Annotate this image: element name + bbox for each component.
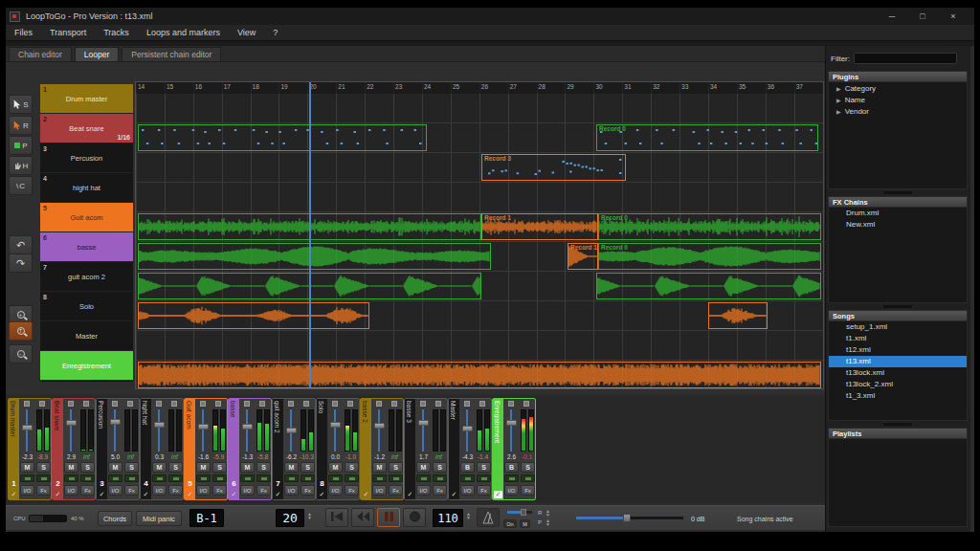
fader-knob[interactable] bbox=[374, 423, 385, 429]
strip-checkbox[interactable] bbox=[420, 401, 426, 407]
p-spinner[interactable]: ▲▼ bbox=[546, 518, 550, 526]
strip-check-icon[interactable]: ✓ bbox=[141, 491, 151, 498]
clip-wave[interactable] bbox=[138, 362, 821, 388]
solo-button[interactable]: S bbox=[124, 462, 139, 473]
mixer-strip-guit-acom[interactable]: Guit acom5✓-1.6-5.9MSI/OFx bbox=[184, 398, 228, 500]
mute-button[interactable]: B bbox=[504, 462, 519, 473]
strip-checkbox[interactable] bbox=[347, 401, 353, 407]
chords-button[interactable]: Chords bbox=[98, 511, 132, 526]
strip-checkbox[interactable] bbox=[464, 401, 470, 407]
fader-knob[interactable] bbox=[242, 424, 253, 430]
timeline-row-guit-acom-2[interactable] bbox=[136, 272, 823, 301]
strip-checkbox[interactable] bbox=[332, 401, 338, 407]
strip-check-icon[interactable]: ✓ bbox=[449, 491, 459, 498]
strip-checkbox[interactable] bbox=[127, 401, 133, 407]
song-t13lock-xml[interactable]: t13lock.xml bbox=[829, 367, 967, 379]
rewind-button[interactable] bbox=[351, 508, 374, 527]
volume-knob[interactable] bbox=[623, 514, 631, 522]
strip-check-icon[interactable]: ✓ bbox=[494, 491, 502, 498]
volume-fader[interactable] bbox=[510, 409, 512, 452]
octave-display[interactable]: B-1 bbox=[189, 509, 224, 527]
bar-spinner[interactable]: ▲▼ bbox=[307, 512, 312, 519]
splitter[interactable] bbox=[883, 423, 912, 426]
fx-button[interactable]: Fx bbox=[212, 485, 227, 496]
track-header-master[interactable]: Master bbox=[40, 321, 133, 351]
io-button[interactable]: I/O bbox=[108, 485, 122, 496]
clip-wave[interactable] bbox=[596, 273, 821, 299]
track-header-basse[interactable]: 6basse bbox=[40, 232, 133, 262]
strip-checkbox[interactable] bbox=[435, 401, 441, 407]
io-button[interactable]: I/O bbox=[240, 485, 255, 496]
volume-fader[interactable] bbox=[466, 409, 468, 452]
close-button[interactable]: × bbox=[938, 8, 969, 25]
tree-item-category[interactable]: ▶Category bbox=[829, 82, 967, 94]
io-button[interactable]: I/O bbox=[20, 485, 34, 496]
strip-check-icon[interactable]: ✓ bbox=[405, 491, 415, 498]
title-bar[interactable]: LoopToGo - Pro Version : t13.xml ─□× bbox=[6, 8, 974, 25]
fx-button[interactable]: Fx bbox=[256, 485, 271, 496]
fader-knob[interactable] bbox=[110, 419, 121, 425]
clip-wave[interactable] bbox=[138, 302, 369, 329]
fx-button[interactable]: Fx bbox=[345, 485, 359, 496]
solo-button[interactable]: S bbox=[389, 462, 403, 473]
timeline-row-beat-snare[interactable]: Record 0 bbox=[136, 123, 823, 153]
timeline-row-hight-hat[interactable] bbox=[136, 183, 823, 212]
song-t1-xml[interactable]: t1.xml bbox=[829, 333, 967, 344]
mute-button[interactable]: M bbox=[64, 462, 78, 473]
playhead[interactable] bbox=[309, 82, 311, 388]
mute-button[interactable]: M bbox=[240, 462, 255, 473]
timeline-ruler[interactable]: 1415161718192021222324252627282930313233… bbox=[136, 82, 823, 94]
mixer-strip-hight-hat[interactable]: hight hat4✓0.3infMSI/OFx bbox=[140, 398, 184, 500]
goto-start-button[interactable] bbox=[325, 508, 348, 527]
record-button[interactable] bbox=[403, 508, 426, 527]
solo-button[interactable]: S bbox=[168, 462, 183, 473]
io-button[interactable]: I/O bbox=[416, 485, 431, 496]
volume-fader[interactable] bbox=[246, 409, 248, 452]
menu-item-transport[interactable]: Transport bbox=[41, 25, 95, 40]
volume-fader[interactable] bbox=[290, 409, 292, 452]
track-header-hight-hat[interactable]: 4hight hat bbox=[40, 173, 133, 203]
fx-button[interactable]: Fx bbox=[80, 485, 95, 496]
strip-checkbox[interactable] bbox=[303, 401, 309, 407]
timeline-row-percusion[interactable]: Record 3 bbox=[136, 153, 823, 183]
zoom-out-button[interactable]: − bbox=[9, 344, 33, 364]
strip-check-icon[interactable]: ✓ bbox=[97, 491, 107, 498]
clip-record-0[interactable]: Record 0 bbox=[596, 124, 818, 151]
strip-check-icon[interactable]: ✓ bbox=[185, 491, 195, 498]
fx-button[interactable]: Fx bbox=[168, 485, 183, 496]
hand-tool[interactable]: H bbox=[9, 156, 33, 175]
strip-check-icon[interactable]: ✓ bbox=[53, 491, 63, 498]
solo-button[interactable]: S bbox=[301, 462, 315, 473]
song-t13lock-2-xml[interactable]: t13lock_2.xml bbox=[829, 379, 967, 390]
track-header-solo[interactable]: 8Solo bbox=[40, 292, 133, 321]
track-header-percusion[interactable]: 3Percusion bbox=[40, 143, 133, 173]
io-button[interactable]: I/O bbox=[64, 485, 78, 496]
strip-checkbox[interactable] bbox=[112, 401, 118, 407]
menu-item-loops-and-markers[interactable]: Loops and markers bbox=[138, 25, 229, 40]
mute-button[interactable]: M bbox=[108, 462, 122, 473]
mixer-strip-basse[interactable]: basse6✓-1.3-5.8MSI/OFx bbox=[228, 398, 272, 500]
fader-knob[interactable] bbox=[286, 428, 297, 433]
fader-knob[interactable] bbox=[198, 424, 209, 430]
zoom-track-button[interactable]: T bbox=[9, 321, 33, 341]
strip-checkbox[interactable] bbox=[391, 401, 397, 407]
mixer-strip-beat-snare[interactable]: Beat snare2✓2.9infMSI/OFx bbox=[52, 398, 96, 500]
io-button[interactable]: I/O bbox=[460, 485, 475, 496]
fader-knob[interactable] bbox=[462, 426, 473, 431]
strip-check-icon[interactable]: ✓ bbox=[9, 491, 19, 498]
fx-button[interactable]: Fx bbox=[36, 485, 51, 496]
volume-fader[interactable] bbox=[422, 409, 424, 452]
io-button[interactable]: I/O bbox=[152, 485, 167, 496]
fx-button[interactable]: Fx bbox=[301, 485, 315, 496]
strip-checkbox[interactable] bbox=[376, 401, 382, 407]
clip-wave[interactable] bbox=[138, 243, 491, 270]
strip-checkbox[interactable] bbox=[259, 401, 265, 407]
volume-fader[interactable] bbox=[70, 409, 72, 452]
clip-record-0[interactable]: Record 0 bbox=[598, 243, 821, 270]
strip-checkbox[interactable] bbox=[39, 401, 45, 407]
volume-fader[interactable] bbox=[334, 409, 336, 452]
fx-button[interactable]: Fx bbox=[433, 485, 447, 496]
tree-item-name[interactable]: ▶Name bbox=[829, 94, 967, 105]
clip-record-1[interactable]: Record 1 bbox=[568, 243, 598, 270]
volume-fader[interactable] bbox=[114, 409, 116, 452]
